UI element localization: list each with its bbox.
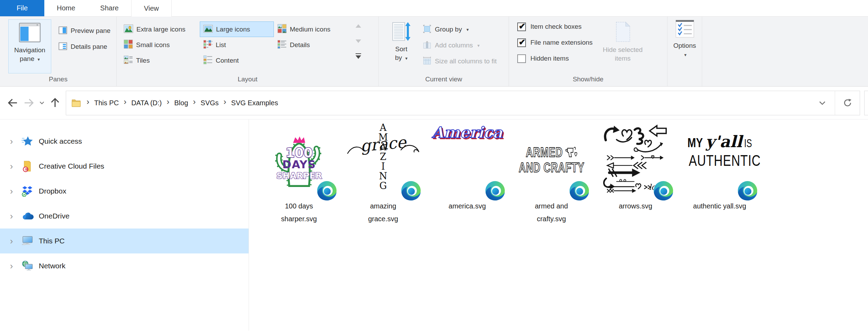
file-name[interactable]: authentic yall.svg bbox=[679, 200, 761, 213]
sidebar-item-this-pc[interactable]: › This PC bbox=[0, 229, 249, 253]
breadcrumb-data-d[interactable]: DATA (D:) bbox=[129, 91, 163, 115]
chevron-right-icon[interactable]: › bbox=[8, 262, 15, 270]
file-armed-and-crafty[interactable]: ARMED AND CRAFTY bbox=[510, 122, 592, 225]
options-button[interactable]: Options ▾ bbox=[668, 17, 702, 59]
refresh-icon bbox=[843, 98, 852, 108]
file-arrows[interactable]: love arrows.svg bbox=[594, 122, 677, 213]
item-check-boxes-toggle[interactable]: Item check boxes bbox=[517, 19, 593, 35]
chevron-down-icon bbox=[818, 98, 827, 107]
add-columns-button[interactable]: Add columns ▾ bbox=[420, 37, 499, 53]
file-amazing-grace[interactable]: AMAZING grace amazinggrace.svg bbox=[342, 122, 424, 225]
chevron-right-icon[interactable]: › bbox=[8, 162, 15, 170]
file-authentic-yall[interactable]: MY y'all IS AUTHENTIC authentic yall.svg bbox=[679, 122, 761, 213]
up-button[interactable] bbox=[47, 92, 63, 114]
file-thumbnail[interactable]: 100 DAYS SHARPER bbox=[258, 122, 340, 198]
onedrive-cloud-icon bbox=[20, 212, 35, 220]
checkbox-unchecked-icon[interactable] bbox=[517, 54, 526, 63]
file-name[interactable]: armed andcrafty.svg bbox=[510, 200, 592, 225]
size-all-columns-button[interactable]: Size all columns to fit bbox=[420, 53, 499, 69]
file-america[interactable]: America america.svg bbox=[426, 122, 508, 213]
file-name[interactable]: america.svg bbox=[426, 200, 508, 213]
tab-share[interactable]: Share bbox=[88, 0, 131, 16]
breadcrumb-blog[interactable]: Blog bbox=[172, 91, 190, 115]
file-thumbnail[interactable]: America bbox=[426, 122, 508, 198]
breadcrumb-svg-examples[interactable]: SVG Examples bbox=[230, 91, 280, 115]
view-details[interactable]: Details bbox=[274, 37, 351, 53]
address-bar[interactable]: › This PC › DATA (D:) › Blog › SVGs › SV… bbox=[66, 91, 860, 115]
view-extra-large-icons[interactable]: Extra large icons bbox=[120, 21, 200, 37]
small-icons-icon bbox=[124, 39, 133, 50]
details-pane-button[interactable]: Details pane bbox=[55, 39, 113, 55]
cactus-text-sharper: SHARPER bbox=[276, 171, 322, 181]
folder-icon bbox=[71, 98, 81, 107]
forward-button[interactable] bbox=[21, 92, 37, 114]
back-arrow-icon bbox=[7, 97, 19, 109]
navigation-pane-button[interactable]: Navigation pane ▾ bbox=[8, 19, 51, 73]
add-columns-icon bbox=[422, 40, 432, 51]
file-thumbnail[interactable]: MY y'all IS AUTHENTIC bbox=[679, 122, 761, 198]
file-name[interactable]: amazinggrace.svg bbox=[342, 200, 424, 225]
file-name[interactable]: 100 dayssharper.svg bbox=[258, 200, 340, 225]
breadcrumb-separator-icon: › bbox=[163, 97, 172, 109]
preview-pane-button[interactable]: Preview pane bbox=[55, 23, 113, 39]
file-name[interactable]: arrows.svg bbox=[594, 200, 677, 213]
chevron-right-icon[interactable]: › bbox=[8, 187, 15, 195]
breadcrumb-separator-icon: › bbox=[190, 97, 199, 109]
chevron-right-icon[interactable]: › bbox=[8, 212, 15, 220]
file-thumbnail[interactable]: AMAZING grace bbox=[342, 122, 424, 198]
gallery-scroll-down-icon[interactable] bbox=[356, 39, 361, 43]
view-content[interactable]: Content bbox=[200, 53, 274, 68]
hidden-items-toggle[interactable]: Hidden items bbox=[517, 51, 593, 66]
address-dropdown-button[interactable] bbox=[810, 91, 835, 115]
file-100-days-sharper[interactable]: 100 DAYS SHARPER 100 dayssharper.svg bbox=[258, 122, 340, 225]
dropbox-icon bbox=[20, 186, 35, 197]
recent-locations-button[interactable] bbox=[37, 92, 47, 114]
view-list[interactable]: List bbox=[200, 37, 274, 53]
navigation-pane-icon bbox=[19, 23, 41, 44]
tab-home[interactable]: Home bbox=[44, 0, 88, 16]
chevron-right-icon[interactable]: › bbox=[8, 137, 15, 145]
gallery-more-button[interactable] bbox=[356, 53, 361, 59]
ribbon-tab-row: File Home Share View bbox=[0, 0, 868, 17]
group-show-hide: Item check boxes File name extensions Hi… bbox=[509, 17, 668, 86]
sidebar-item-network[interactable]: › Network bbox=[0, 253, 249, 278]
search-box[interactable] bbox=[864, 91, 868, 115]
checkbox-checked-icon[interactable] bbox=[517, 38, 526, 47]
group-by-button[interactable]: Group by ▾ bbox=[420, 21, 499, 37]
sidebar-item-dropbox[interactable]: › Dropbox bbox=[0, 179, 249, 204]
edge-browser-icon bbox=[317, 181, 337, 200]
breadcrumb-svgs[interactable]: SVGs bbox=[199, 91, 220, 115]
creative-cloud-folder-icon bbox=[20, 160, 35, 172]
view-small-icons[interactable]: Small icons bbox=[120, 37, 200, 53]
cactus-artwork: 100 DAYS SHARPER bbox=[273, 129, 325, 189]
checkbox-checked-icon[interactable] bbox=[517, 23, 526, 31]
file-thumbnail[interactable]: love bbox=[594, 122, 677, 198]
tab-file[interactable]: File bbox=[0, 0, 44, 16]
content-icon bbox=[203, 55, 213, 66]
file-name-extensions-toggle[interactable]: File name extensions bbox=[517, 35, 593, 51]
group-current-view: Sort by ▾ Group by ▾ Add columns ▾ bbox=[379, 17, 509, 86]
refresh-button[interactable] bbox=[835, 91, 860, 115]
chevron-right-icon[interactable]: › bbox=[8, 237, 15, 245]
navigation-toolbar: › This PC › DATA (D:) › Blog › SVGs › SV… bbox=[0, 87, 868, 119]
edge-browser-icon bbox=[485, 181, 505, 200]
group-by-icon bbox=[422, 24, 432, 35]
view-medium-icons[interactable]: Medium icons bbox=[274, 21, 351, 37]
view-tiles[interactable]: Tiles bbox=[120, 53, 200, 68]
breadcrumb-separator-icon: › bbox=[120, 97, 129, 109]
tab-view[interactable]: View bbox=[131, 0, 172, 17]
sidebar-item-onedrive[interactable]: › OneDrive bbox=[0, 204, 249, 229]
file-list: 100 DAYS SHARPER 100 dayssharper.svg AMA… bbox=[249, 119, 868, 331]
list-icon bbox=[203, 39, 213, 50]
file-thumbnail[interactable]: ARMED AND CRAFTY bbox=[510, 122, 592, 198]
breadcrumb-this-pc[interactable]: This PC bbox=[92, 91, 120, 115]
size-columns-icon bbox=[422, 56, 432, 67]
sidebar-item-quick-access[interactable]: › Quick access bbox=[0, 129, 249, 154]
sidebar-item-creative-cloud[interactable]: › Creative Cloud Files bbox=[0, 154, 249, 179]
quick-access-star-icon bbox=[20, 135, 35, 147]
view-large-icons[interactable]: Large icons bbox=[200, 21, 274, 37]
gallery-scroll-up-icon[interactable] bbox=[356, 24, 361, 28]
group-label-show-hide: Show/hide bbox=[509, 75, 667, 83]
edge-browser-icon bbox=[738, 181, 757, 200]
back-button[interactable] bbox=[5, 92, 21, 114]
